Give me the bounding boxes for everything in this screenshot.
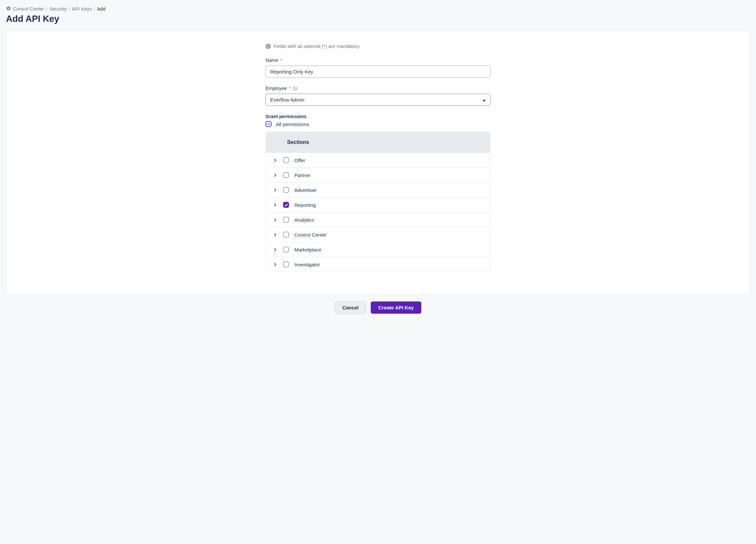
create-api-key-button[interactable]: Create API Key	[371, 302, 421, 314]
section-row[interactable]: Analytics	[266, 212, 490, 227]
section-checkbox[interactable]	[283, 231, 289, 237]
breadcrumb-link-control-center[interactable]: Control Center	[13, 6, 44, 12]
form-card: i Fields with an asterisk (*) are mandat…	[6, 30, 750, 295]
employee-group: Employee * ? Everflow Admin	[266, 86, 490, 106]
section-checkbox[interactable]	[283, 261, 289, 267]
section-row[interactable]: Control Center	[266, 227, 490, 242]
section-label: Advertiser	[294, 187, 317, 193]
breadcrumb-current: Add	[97, 6, 105, 12]
page-title: Add API Key	[6, 14, 750, 24]
chevron-right-icon	[273, 187, 278, 192]
section-checkbox[interactable]	[283, 157, 289, 163]
section-label: Analytics	[294, 217, 314, 223]
info-text: ) are mandatory.	[325, 44, 360, 49]
all-permissions-row: All permissions	[266, 121, 490, 127]
name-label: Name *	[266, 58, 490, 63]
section-row[interactable]: Investigator	[266, 257, 490, 272]
section-label: Marketplace	[294, 247, 321, 252]
section-label: Control Center	[294, 232, 327, 237]
sections-table: Sections OfferPartnerAdvertiserReporting…	[266, 132, 490, 272]
all-permissions-checkbox[interactable]	[266, 121, 272, 127]
action-buttons: Cancel Create API Key	[6, 302, 750, 314]
section-label: Offer	[294, 157, 305, 163]
breadcrumb-separator: /	[94, 6, 95, 12]
breadcrumb: Control Center / Security / API Keys / A…	[6, 6, 750, 12]
chevron-right-icon	[273, 202, 278, 207]
breadcrumb-link-api-keys[interactable]: API Keys	[72, 6, 92, 12]
mandatory-info: i Fields with an asterisk (*) are mandat…	[266, 44, 490, 49]
section-checkbox[interactable]	[283, 246, 289, 252]
section-checkbox[interactable]	[283, 202, 289, 208]
breadcrumb-separator: /	[46, 6, 47, 12]
chevron-right-icon	[273, 262, 278, 267]
name-input[interactable]	[266, 65, 490, 78]
gear-icon	[6, 6, 11, 12]
section-checkbox[interactable]	[283, 217, 289, 223]
section-checkbox[interactable]	[283, 172, 289, 178]
section-row[interactable]: Partner	[266, 167, 490, 182]
chevron-right-icon	[273, 157, 278, 163]
info-icon: i	[266, 44, 271, 49]
cancel-button[interactable]: Cancel	[335, 302, 366, 314]
required-asterisk: *	[289, 86, 291, 91]
chevron-right-icon	[273, 247, 278, 252]
breadcrumb-separator: /	[69, 6, 70, 12]
chevron-right-icon	[273, 217, 278, 222]
info-text: Fields with an asterisk (	[273, 44, 324, 49]
section-row[interactable]: Reporting	[266, 197, 490, 212]
section-checkbox[interactable]	[283, 187, 289, 193]
grant-permissions-label: Grant permissions	[266, 114, 490, 119]
section-label: Investigator	[294, 262, 320, 267]
help-icon[interactable]: ?	[293, 86, 298, 91]
chevron-right-icon	[273, 172, 278, 178]
sections-header: Sections	[266, 132, 490, 152]
required-asterisk: *	[280, 58, 282, 63]
employee-value: Everflow Admin	[270, 97, 304, 103]
name-group: Name *	[266, 58, 490, 78]
employee-label: Employee * ?	[266, 86, 490, 91]
all-permissions-label: All permissions	[276, 121, 309, 127]
permissions-group: Grant permissions All permissions Sectio…	[266, 114, 490, 272]
breadcrumb-link-security[interactable]: Security	[49, 6, 66, 12]
section-label: Reporting	[294, 202, 316, 208]
section-row[interactable]: Offer	[266, 152, 490, 167]
section-row[interactable]: Advertiser	[266, 182, 490, 197]
section-row[interactable]: Marketplace	[266, 242, 490, 257]
section-label: Partner	[294, 172, 311, 178]
chevron-right-icon	[273, 232, 278, 237]
employee-select[interactable]: Everflow Admin	[266, 94, 490, 106]
